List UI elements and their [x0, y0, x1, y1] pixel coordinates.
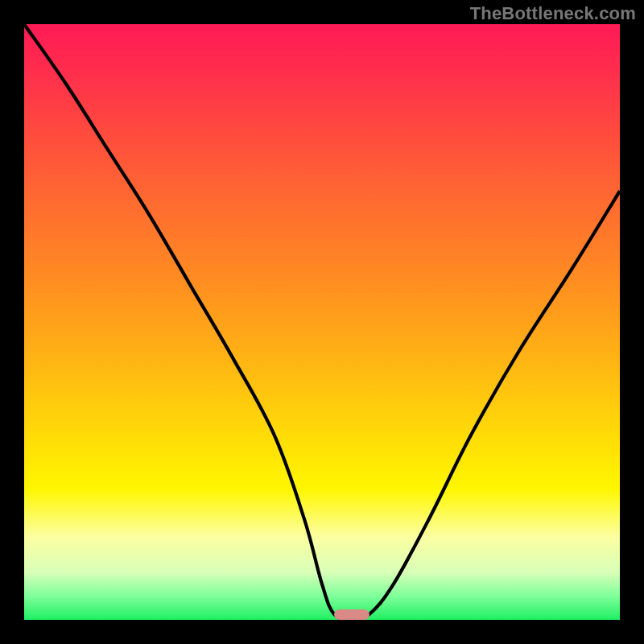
curve-path [24, 24, 620, 620]
chart-frame: TheBottleneck.com [0, 0, 644, 644]
plot-area [24, 24, 620, 620]
watermark-text: TheBottleneck.com [470, 3, 636, 24]
optimal-marker [334, 609, 369, 620]
bottleneck-curve [24, 24, 620, 620]
